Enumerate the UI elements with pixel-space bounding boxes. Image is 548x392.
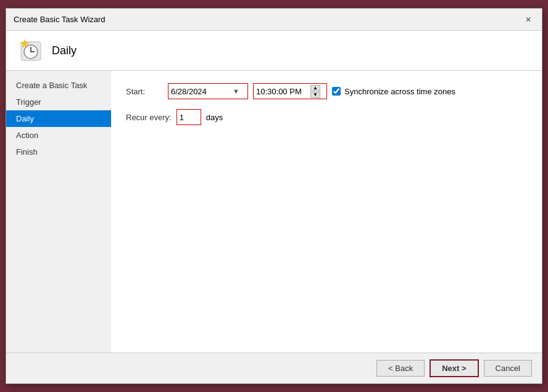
date-input-wrapper: ▼	[168, 83, 248, 99]
sidebar-item-finish[interactable]: Finish	[6, 144, 111, 160]
title-bar-left: Create Basic Task Wizard	[14, 15, 106, 24]
footer: < Back Next > Cancel	[6, 353, 542, 383]
title-bar: Create Basic Task Wizard ✕	[6, 9, 542, 31]
recur-input[interactable]	[180, 113, 198, 122]
sync-checkbox-row: Synchronize across time zones	[332, 87, 455, 96]
time-spinner: ▲ ▼	[310, 85, 320, 98]
back-button[interactable]: < Back	[376, 360, 425, 377]
days-label: days	[206, 113, 223, 122]
calendar-icon[interactable]: ▼	[233, 88, 239, 95]
time-spin-down[interactable]: ▼	[310, 92, 320, 98]
header-section: Daily	[6, 31, 542, 71]
date-input[interactable]	[171, 87, 233, 96]
cancel-button[interactable]: Cancel	[484, 360, 532, 377]
sidebar: Create a Basic Task Trigger Daily Action…	[6, 71, 111, 353]
content-area: Create a Basic Task Trigger Daily Action…	[6, 71, 542, 353]
sidebar-item-action[interactable]: Action	[6, 127, 111, 144]
sidebar-item-create-basic-task[interactable]: Create a Basic Task	[6, 77, 111, 94]
main-content: Start: ▼ ▲ ▼ Synchronize acro	[111, 71, 542, 353]
start-label: Start:	[126, 87, 163, 96]
time-input-wrapper: ▲ ▼	[253, 83, 327, 99]
recur-label: Recur every:	[126, 113, 172, 122]
sidebar-item-daily[interactable]: Daily	[6, 110, 111, 127]
sidebar-item-trigger[interactable]: Trigger	[6, 94, 111, 110]
time-spin-up[interactable]: ▲	[310, 85, 320, 91]
start-row: Start: ▼ ▲ ▼ Synchronize acro	[126, 83, 527, 99]
recur-row: Recur every: days	[126, 109, 527, 125]
close-button[interactable]: ✕	[522, 14, 534, 26]
task-icon	[19, 38, 43, 63]
time-input[interactable]	[256, 87, 310, 96]
header-title: Daily	[52, 44, 77, 57]
dialog-title: Create Basic Task Wizard	[14, 15, 106, 24]
sync-label: Synchronize across time zones	[344, 87, 455, 96]
next-button[interactable]: Next >	[430, 359, 478, 377]
sync-checkbox[interactable]	[332, 87, 341, 96]
dialog-window: Create Basic Task Wizard ✕ Daily Create …	[6, 8, 542, 384]
recur-input-wrapper	[176, 109, 201, 125]
